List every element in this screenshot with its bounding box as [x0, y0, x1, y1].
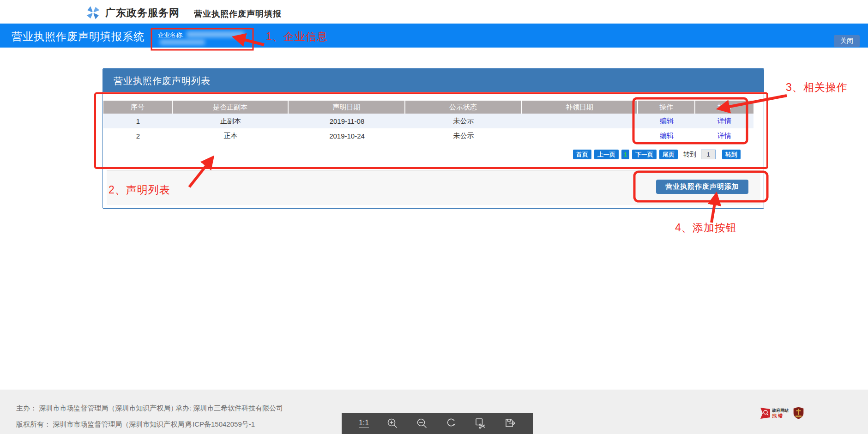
annotation-label-add: 4、添加按钮: [675, 221, 737, 235]
cell-copy-type: 正副本: [173, 114, 289, 128]
declaration-list-panel: 营业执照作废声明列表 序号 是否正副本 声明日期 公示状态 补领日期 操作 操作…: [102, 68, 764, 209]
gdzwfw-logo-icon: [86, 6, 100, 20]
last-page-button[interactable]: 尾页: [659, 150, 678, 159]
company-name-label: 企业名称:: [158, 31, 184, 39]
company-info-box: 企业名称:: [153, 30, 251, 48]
cell-declare-date: 2019-11-08: [289, 114, 405, 128]
footer-icp: 粤ICP备15042059号-1: [186, 420, 255, 429]
edit-link[interactable]: 编辑: [660, 117, 674, 126]
table-header-row: 序号 是否正副本 声明日期 公示状态 补领日期 操作 操作: [103, 101, 753, 114]
host-label: 主办：: [16, 404, 37, 412]
prev-page-button[interactable]: 上一页: [594, 150, 619, 159]
header-divider: [184, 7, 184, 18]
annotation-label-operations: 3、相关操作: [786, 80, 848, 95]
error-report-flag-icon: [760, 407, 771, 419]
zoom-out-icon: [416, 417, 428, 429]
badge-find-error-text: 找错: [772, 413, 789, 418]
crop-scissors-icon: [475, 417, 487, 429]
crop-screenshot-button[interactable]: [475, 417, 487, 429]
top-header: 广东政务服务网 营业执照作废声明填报: [0, 0, 868, 24]
current-page-indicator: 1: [621, 150, 629, 159]
cell-reissue-date: [522, 114, 638, 128]
detail-link[interactable]: 详情: [717, 132, 731, 140]
cell-publicity-status: 未公示: [405, 128, 522, 143]
one-to-one-icon: 1:1: [359, 419, 369, 428]
panel-footer-strip: 营业执照作废声明添加: [107, 170, 760, 205]
rotate-icon: [445, 417, 457, 429]
rotate-button[interactable]: [445, 417, 457, 429]
pagination: 首页 上一页 1 下一页 尾页 转到 转到: [103, 150, 753, 159]
goto-button[interactable]: 转到: [722, 150, 741, 159]
save-export-button[interactable]: [504, 417, 516, 429]
zoom-out-button[interactable]: [416, 417, 428, 429]
zoom-reset-button[interactable]: 1:1: [359, 419, 369, 428]
undertake-label: 承办:: [175, 404, 191, 412]
system-title: 营业执照作废声明填报系统: [12, 30, 145, 44]
copyright-org: 深圳市市场监督管理局（深圳市知识产权局）: [53, 420, 191, 428]
gov-shield-badge-icon[interactable]: [793, 407, 804, 419]
cell-publicity-status: 未公示: [405, 114, 522, 128]
panel-header: 营业执照作废声明列表: [103, 69, 764, 92]
image-viewer-toolbar: 1:1: [342, 413, 533, 434]
close-button[interactable]: 关闭: [834, 35, 860, 47]
footer-copyright: 版权所有： 深圳市市场监督管理局（深圳市知识产权局）: [16, 420, 191, 429]
badge-gov-site-text: 政府网站: [772, 408, 789, 413]
cell-copy-type: 正本: [173, 128, 289, 143]
zoom-in-icon: [386, 417, 398, 429]
table-row: 1 正副本 2019-11-08 未公示 编辑 详情: [103, 114, 753, 128]
page-subtitle: 营业执照作废声明填报: [194, 8, 282, 19]
col-copy-type: 是否正副本: [173, 101, 289, 114]
col-operation-detail: 操作: [695, 101, 753, 114]
site-name: 广东政务服务网: [105, 6, 180, 20]
goto-label: 转到: [683, 151, 696, 159]
cell-reissue-date: [522, 128, 638, 143]
col-operation-edit: 操作: [638, 101, 695, 114]
col-seq: 序号: [103, 101, 173, 114]
redacted-company-name: [187, 31, 244, 37]
first-page-button[interactable]: 首页: [573, 150, 591, 159]
goto-page-input[interactable]: [701, 150, 716, 159]
edit-link[interactable]: 编辑: [660, 132, 674, 140]
next-page-button[interactable]: 下一页: [632, 150, 657, 159]
declaration-table: 序号 是否正副本 声明日期 公示状态 补领日期 操作 操作 1 正副本 2019…: [103, 101, 753, 143]
redacted-company-id: [160, 40, 205, 45]
footer-undertake: 承办: 深圳市三希软件科技有限公司: [175, 404, 283, 413]
col-declare-date: 声明日期: [289, 101, 405, 114]
page: 广东政务服务网 营业执照作废声明填报 营业执照作废声明填报系统 企业名称: 关闭…: [0, 0, 868, 434]
undertake-org: 深圳市三希软件科技有限公司: [193, 404, 283, 412]
cell-seq: 1: [103, 114, 173, 128]
save-export-icon: [504, 417, 516, 429]
gov-site-error-report-badge[interactable]: 政府网站 找错: [760, 407, 789, 419]
annotation-layer: [0, 0, 868, 434]
footer-badges: 政府网站 找错: [760, 407, 804, 419]
detail-link[interactable]: 详情: [717, 117, 731, 126]
zoom-in-button[interactable]: [386, 417, 398, 429]
table-row: 2 正本 2019-10-24 未公示 编辑 详情: [103, 128, 753, 143]
copyright-label: 版权所有：: [16, 420, 51, 428]
host-org: 深圳市市场监督管理局（深圳市知识产权局）: [39, 404, 177, 412]
cell-seq: 2: [103, 128, 173, 143]
add-declaration-button[interactable]: 营业执照作废声明添加: [656, 180, 748, 194]
footer-host: 主办： 深圳市市场监督管理局（深圳市知识产权局）: [16, 404, 177, 413]
cell-declare-date: 2019-10-24: [289, 128, 405, 143]
system-banner: 营业执照作废声明填报系统 企业名称: 关闭: [0, 24, 868, 48]
col-reissue-date: 补领日期: [522, 101, 638, 114]
col-publicity-status: 公示状态: [405, 101, 522, 114]
panel-title: 营业执照作废声明列表: [114, 75, 211, 87]
